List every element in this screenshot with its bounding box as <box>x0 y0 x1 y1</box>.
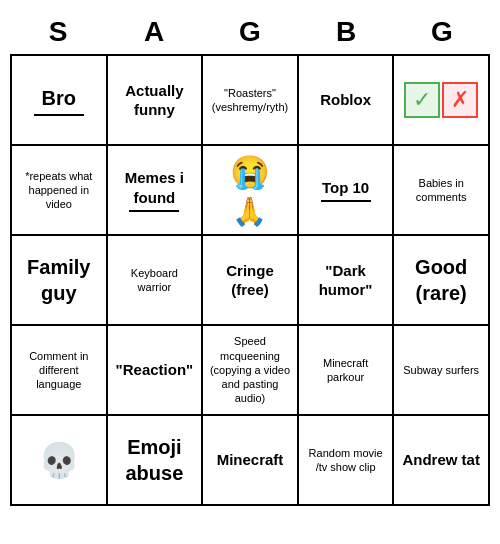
cell-text: Emoji abuse <box>113 434 197 486</box>
x-box: ✗ <box>442 82 478 118</box>
header-cell-2: G <box>202 10 298 54</box>
underline-decoration <box>34 114 84 116</box>
cell-text: Cringe (free) <box>208 261 292 300</box>
cell-r0-c2: "Roasters" (veshremy/ryth) <box>203 56 299 146</box>
checkmark-box: ✓ <box>404 82 440 118</box>
cell-text: Family guy <box>17 254 101 306</box>
cell-text: Speed mcqueening (copying a video and pa… <box>208 334 292 405</box>
header-cell-4: G <box>394 10 490 54</box>
cell-text: Good (rare) <box>399 254 483 306</box>
cell-text: Comment in different language <box>17 349 101 392</box>
cell-text: Bro <box>42 85 76 111</box>
underline-decoration <box>321 200 371 202</box>
cell-text: *repeats what happened in video <box>17 169 101 212</box>
underline-decoration <box>129 210 179 212</box>
cell-text: "Roasters" (veshremy/ryth) <box>212 86 288 115</box>
header-row: SAGBG <box>10 10 490 54</box>
cell-r3-c3: Minecraft parkour <box>299 326 395 416</box>
cell-r1-c2: 😭 🙏 <box>203 146 299 236</box>
cell-r4-c1: Emoji abuse <box>108 416 204 506</box>
cell-r4-c2: Minecraft <box>203 416 299 506</box>
cell-text: Subway surfers <box>403 363 479 377</box>
cell-text: Top 10 <box>322 178 369 198</box>
cell-text: "Dark humor" <box>304 261 388 300</box>
check-x-container: ✓ ✗ <box>404 82 478 118</box>
header-cell-3: B <box>298 10 394 54</box>
cell-r0-c1: Actually funny <box>108 56 204 146</box>
cell-text: Keyboard warrior <box>113 266 197 295</box>
cell-r2-c1: Keyboard warrior <box>108 236 204 326</box>
crying-emoji: 😭 <box>230 153 270 191</box>
praying-emoji: 🙏 <box>232 195 267 228</box>
bingo-card: SAGBG BroActually funny"Roasters" (veshr… <box>10 10 490 506</box>
cell-text: Babies in comments <box>399 176 483 205</box>
cell-text: Andrew tat <box>402 450 480 470</box>
cell-r4-c3: Random movie /tv show clip <box>299 416 395 506</box>
header-cell-1: A <box>106 10 202 54</box>
cell-r3-c4: Subway surfers <box>394 326 490 416</box>
cell-r1-c3: Top 10 <box>299 146 395 236</box>
cell-r0-c3: Roblox <box>299 56 395 146</box>
cell-r3-c2: Speed mcqueening (copying a video and pa… <box>203 326 299 416</box>
cell-text: Minecraft <box>217 450 284 470</box>
cell-text: Actually funny <box>113 81 197 120</box>
cell-text: Random movie /tv show clip <box>304 446 388 475</box>
cell-r2-c3: "Dark humor" <box>299 236 395 326</box>
cell-r0-c4: ✓ ✗ <box>394 56 490 146</box>
cell-r3-c1: "Reaction" <box>108 326 204 416</box>
bingo-grid: BroActually funny"Roasters" (veshremy/ry… <box>10 54 490 506</box>
cell-r2-c2: Cringe (free) <box>203 236 299 326</box>
cell-r1-c1: Memes i found <box>108 146 204 236</box>
cell-text: Roblox <box>320 90 371 110</box>
cell-text: "Reaction" <box>116 360 194 380</box>
header-cell-0: S <box>10 10 106 54</box>
cell-r0-c0: Bro <box>12 56 108 146</box>
cell-text: Minecraft parkour <box>304 356 388 385</box>
cell-r2-c4: Good (rare) <box>394 236 490 326</box>
cell-r4-c0: 💀 <box>12 416 108 506</box>
cell-r4-c4: Andrew tat <box>394 416 490 506</box>
cell-r2-c0: Family guy <box>12 236 108 326</box>
cell-r1-c0: *repeats what happened in video <box>12 146 108 236</box>
cell-r1-c4: Babies in comments <box>394 146 490 236</box>
cell-r3-c0: Comment in different language <box>12 326 108 416</box>
skull-emoji: 💀 <box>38 440 80 480</box>
cell-text: Memes i found <box>113 168 197 207</box>
